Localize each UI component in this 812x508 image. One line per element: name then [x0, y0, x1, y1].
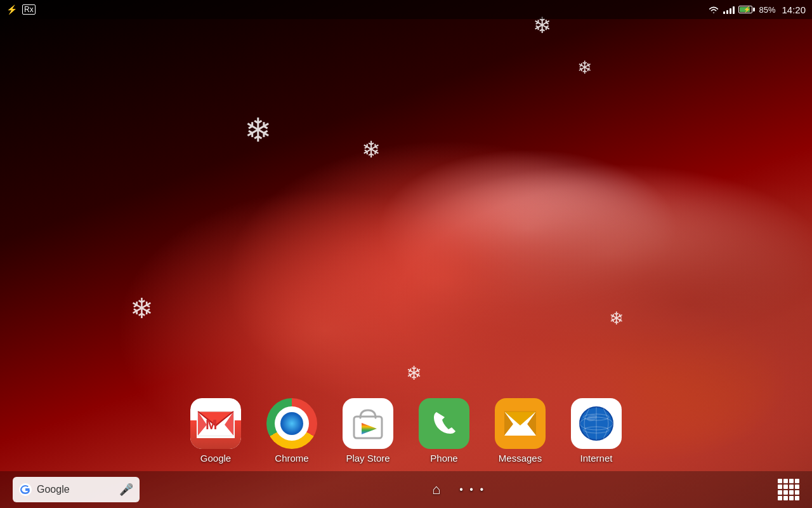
dots-indicator: • • •: [459, 484, 485, 495]
grid-dot: [783, 496, 788, 500]
nav-buttons: ⌂ • • •: [432, 481, 485, 498]
battery-indicator: ⚡: [738, 6, 755, 13]
home-button[interactable]: ⌂: [432, 481, 440, 498]
grid-dot: [783, 485, 788, 489]
usb-icon: ⚡: [6, 4, 17, 15]
google-logo-icon: [19, 483, 32, 496]
signal-bars: [723, 5, 735, 14]
app-phone-label: Phone: [430, 453, 457, 464]
grid-dot: [795, 485, 799, 489]
grid-dot: [789, 490, 794, 495]
wifi-icon: [708, 5, 719, 14]
app-phone[interactable]: Phone: [419, 398, 469, 464]
search-bar[interactable]: Google 🎤: [13, 477, 140, 502]
grid-dot: [783, 479, 788, 483]
grid-dot: [795, 490, 799, 495]
grid-dot: [778, 485, 782, 489]
grid-dot: [795, 496, 799, 500]
grid-dot: [778, 479, 782, 483]
app-google-label: Google: [200, 453, 231, 464]
time-display: 14:20: [782, 4, 806, 15]
app-chrome[interactable]: Chrome: [266, 398, 317, 464]
status-left: ⚡ Rx: [6, 4, 36, 15]
search-label: Google: [37, 484, 70, 495]
app-playstore-label: Play Store: [346, 453, 390, 464]
app-internet-label: Internet: [580, 453, 613, 464]
mic-icon[interactable]: 🎤: [119, 483, 133, 497]
grid-dot: [789, 485, 794, 489]
rx-icon: Rx: [22, 4, 36, 15]
grid-dot: [778, 496, 782, 500]
app-playstore[interactable]: Play Store: [343, 398, 393, 464]
status-right: ⚡ 85% 14:20: [708, 4, 806, 15]
grid-dot: [789, 479, 794, 483]
grid-dot: [789, 496, 794, 500]
grid-dot: [778, 490, 782, 495]
grid-dot: [783, 490, 788, 495]
svg-marker-9: [362, 423, 377, 434]
bottom-bar: Google 🎤 ⌂ • • •: [0, 471, 812, 508]
app-chrome-label: Chrome: [275, 453, 308, 464]
apps-grid-button[interactable]: [778, 479, 799, 500]
battery-percent: 85%: [759, 5, 775, 15]
status-bar: ⚡ Rx ⚡ 85% 14:20: [0, 0, 812, 19]
app-messages-label: Messages: [499, 453, 542, 464]
app-google[interactable]: M Google: [190, 398, 241, 464]
app-dock: M Google Chrome: [0, 392, 812, 470]
app-internet[interactable]: Internet: [571, 398, 622, 464]
svg-text:M: M: [206, 417, 217, 432]
grid-dot: [795, 479, 799, 483]
app-messages[interactable]: Messages: [495, 398, 546, 464]
